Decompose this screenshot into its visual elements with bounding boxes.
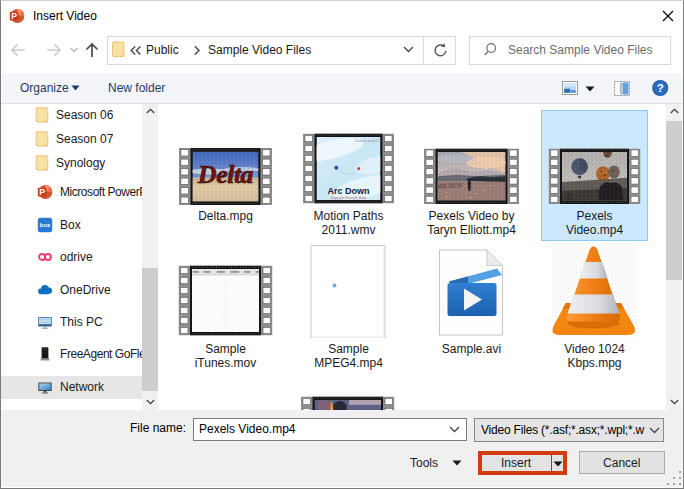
- svg-text:box: box: [40, 222, 51, 228]
- svg-text:Arc Down: Arc Down: [327, 186, 369, 196]
- svg-text:P: P: [11, 11, 17, 21]
- svg-text:?: ?: [657, 82, 664, 94]
- svg-text:Linear and C: Linear and C: [355, 138, 379, 143]
- svg-text:Copyright Example Book: Copyright Example Book: [331, 196, 366, 200]
- svg-text:P: P: [39, 187, 45, 197]
